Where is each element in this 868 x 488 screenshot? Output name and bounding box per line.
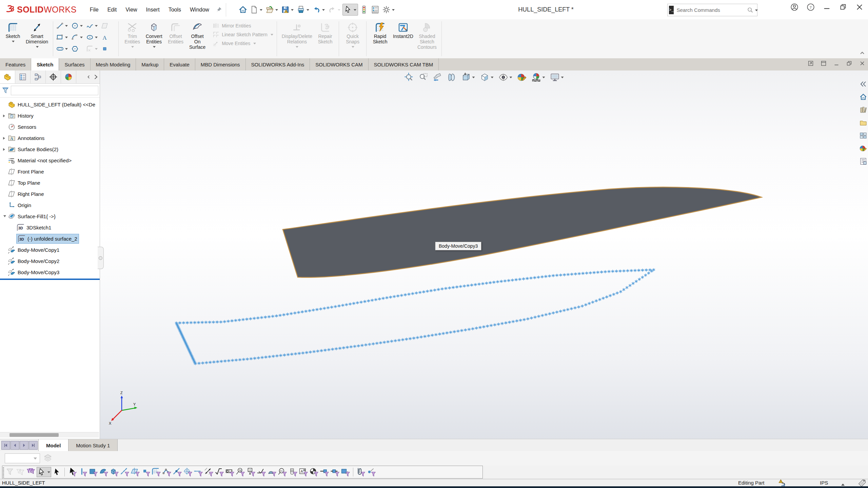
zoom-to-fit-button[interactable] xyxy=(403,72,415,83)
tree-item-3dsketch1[interactable]: 3D3DSketch1 xyxy=(0,222,100,233)
filter-center-marks-button[interactable] xyxy=(183,467,193,477)
panel-tab-configuration-manager[interactable] xyxy=(31,70,46,83)
view-settings-button[interactable] xyxy=(549,72,565,83)
filter-funnel-icon[interactable] xyxy=(1,86,9,95)
win-restore-button[interactable] xyxy=(839,3,848,12)
tab-surfaces[interactable]: Surfaces xyxy=(59,58,90,70)
entity-mesh-plane-button[interactable] xyxy=(101,22,116,30)
select-tool-button[interactable] xyxy=(37,467,51,477)
entity-circle-button[interactable] xyxy=(71,22,86,30)
entity-slot-button[interactable] xyxy=(56,45,71,53)
tab-prev-button[interactable] xyxy=(11,441,19,450)
redo-dropdown-icon[interactable] xyxy=(338,9,340,12)
select-dropdown-icon[interactable] xyxy=(354,9,356,12)
dock-pane-button[interactable] xyxy=(807,60,814,67)
panel-splitter-handle[interactable] xyxy=(98,247,104,269)
filter-sketches-button[interactable] xyxy=(152,467,161,477)
filter-datum-targets-button[interactable] xyxy=(309,467,319,477)
tree-item-surface-fill1[interactable]: Surface-Fill1{ ->} xyxy=(0,211,100,222)
new-document-dropdown-icon[interactable] xyxy=(260,9,262,12)
entity-sketch-text-button[interactable]: A xyxy=(101,33,116,41)
hull-surface-body[interactable] xyxy=(283,187,762,277)
tab-features[interactable]: Features xyxy=(0,58,31,70)
ribbon-button-smart-dimension[interactable]: SmartDimension xyxy=(24,21,50,50)
tab-solidworks-cam[interactable]: SOLIDWORKS CAM xyxy=(310,58,368,70)
options-dropdown-icon[interactable] xyxy=(392,9,395,12)
filter-planes-button[interactable] xyxy=(131,467,140,477)
filter-annotation-text-button[interactable]: A xyxy=(299,467,308,477)
tree-expander-icon[interactable] xyxy=(2,115,7,117)
tree-item-top-plane[interactable]: Top Plane xyxy=(0,177,100,188)
tree-item-unfolded-surface-2[interactable]: 3D(-) unfolded surface_2 xyxy=(0,233,100,244)
tab-motion-study-1[interactable]: Motion Study 1 xyxy=(68,439,118,451)
filter-edges-button[interactable] xyxy=(78,467,87,477)
tree-item-sensors[interactable]: Sensors xyxy=(0,121,100,133)
taskpane-edit-appearance-button[interactable] xyxy=(859,144,867,152)
options-button[interactable] xyxy=(381,4,396,15)
zoom-to-area-button[interactable] xyxy=(417,72,429,83)
tree-expander-icon[interactable] xyxy=(2,148,7,151)
tree-item-hull-side-left-default-de[interactable]: HULL_SIDE_LEFT (Default) <<De xyxy=(0,99,100,110)
ribbon-button-instant2d[interactable]: Instant2D xyxy=(391,21,415,43)
new-window-button[interactable] xyxy=(820,60,827,67)
search-input[interactable] xyxy=(674,7,747,13)
tab-first-button[interactable] xyxy=(1,441,10,450)
menu-view[interactable]: View xyxy=(121,4,141,16)
taskpane-view-palette-button[interactable] xyxy=(859,131,867,140)
filter-mates-button[interactable] xyxy=(356,467,366,477)
filter-weld-beads-button[interactable] xyxy=(267,467,277,477)
display-style-button[interactable] xyxy=(479,72,495,83)
menu-tools[interactable]: Tools xyxy=(164,4,185,16)
filter-surface-bodies-button[interactable] xyxy=(99,467,108,477)
section-view-button[interactable] xyxy=(446,72,457,83)
filter-axes-button[interactable] xyxy=(120,467,130,477)
ribbon-button-rapid-sketch[interactable]: RapidSketch xyxy=(369,21,391,48)
panel-collapse-icon[interactable] xyxy=(86,74,92,80)
panel-tab-part-colored[interactable] xyxy=(0,70,15,83)
tab-markup[interactable]: Markup xyxy=(136,58,164,70)
layer-dropdown[interactable] xyxy=(5,453,40,463)
filter-geometric-tolerances-button[interactable]: 0.3 xyxy=(225,467,235,477)
menu-file[interactable]: File xyxy=(85,4,103,16)
apply-scene-button[interactable] xyxy=(530,72,546,83)
filter-centerline-button[interactable] xyxy=(194,467,203,477)
file-properties-button[interactable] xyxy=(370,4,380,15)
tab-solidworks-add-ins[interactable]: SOLIDWORKS Add-Ins xyxy=(246,58,310,70)
tree-item-body-move-copy1[interactable]: Body-Move/Copy1 xyxy=(0,244,100,256)
help-button[interactable]: ? xyxy=(806,3,815,12)
all-filters-button[interactable] xyxy=(26,467,36,477)
tab-sketch[interactable]: Sketch xyxy=(31,58,59,70)
minimize-doc-button[interactable] xyxy=(833,60,840,67)
pin-icon[interactable] xyxy=(215,6,222,14)
taskpane-collapse-chevrons-button[interactable] xyxy=(859,80,867,88)
sketch-spline-points[interactable] xyxy=(175,268,655,365)
print-button[interactable] xyxy=(296,4,311,15)
save-button[interactable] xyxy=(280,4,295,15)
ribbon-button-sketch[interactable]: Sketch xyxy=(2,21,24,44)
filter-balloons-button[interactable]: A1 xyxy=(278,467,287,477)
tree-item-history[interactable]: History xyxy=(0,110,100,121)
entity-rectangle-button[interactable] xyxy=(56,33,71,41)
tab-next-button[interactable] xyxy=(20,441,28,450)
taskpane-home-button[interactable] xyxy=(859,93,867,101)
tree-expander-icon[interactable] xyxy=(2,214,7,219)
tree-filter-input[interactable] xyxy=(11,86,98,95)
filter-reference-points-button[interactable] xyxy=(367,467,376,477)
status-units[interactable]: IPS xyxy=(820,480,828,486)
tab-model[interactable]: Model xyxy=(38,439,68,451)
filter-blocks-button[interactable] xyxy=(341,467,350,477)
tab-last-button[interactable] xyxy=(29,441,38,450)
home-button[interactable] xyxy=(238,4,248,15)
entity-ellipse-button[interactable] xyxy=(86,33,101,41)
previous-view-button[interactable] xyxy=(432,72,443,83)
panel-tab-property-manager[interactable] xyxy=(15,70,31,83)
search-scope-dropdown[interactable] xyxy=(755,9,758,13)
close-doc-button[interactable] xyxy=(859,60,866,67)
filter-notes-button[interactable]: N xyxy=(236,467,245,477)
search-box[interactable]: >_ xyxy=(667,4,757,16)
tree-item-annotations[interactable]: AAnnotations xyxy=(0,133,100,144)
win-min-button[interactable] xyxy=(823,3,831,12)
panel-tab-display-manager[interactable] xyxy=(61,70,76,83)
filter-midpoints-button[interactable] xyxy=(173,467,182,477)
edit-appearance-button[interactable] xyxy=(516,72,528,83)
